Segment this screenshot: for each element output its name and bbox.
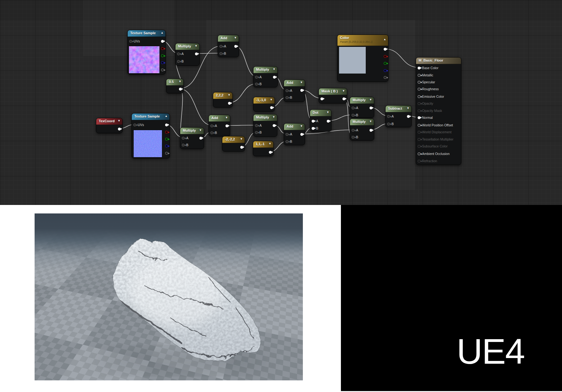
node-header[interactable]: Add▼	[218, 35, 239, 42]
output-pin-out[interactable]	[240, 146, 243, 149]
collapse-down-icon[interactable]: ▼	[269, 142, 271, 145]
node-add2[interactable]: Add▼AB	[209, 115, 230, 136]
node-header[interactable]: M_Basic_Floor	[416, 58, 461, 64]
output-pin-out[interactable]	[270, 106, 273, 109]
input-pin-opacitymask[interactable]	[418, 109, 420, 112]
output-pin-rgb[interactable]	[384, 48, 387, 51]
collapse-down-icon[interactable]: ▼	[225, 116, 228, 119]
output-pin-a[interactable]	[161, 69, 164, 71]
input-pin-a[interactable]	[255, 124, 258, 127]
output-pin-out[interactable]	[300, 89, 303, 92]
output-pin-out[interactable]	[300, 133, 303, 136]
node-header[interactable]: 2,2,2▼	[213, 92, 232, 99]
output-pin-out[interactable]	[199, 137, 202, 140]
output-pin-out[interactable]	[342, 97, 345, 100]
collapse-down-icon[interactable]: ▼	[369, 120, 372, 123]
node-texcoord[interactable]: TexCoord▼	[96, 118, 123, 133]
input-pin-b[interactable]	[352, 114, 354, 117]
input-pin-b[interactable]	[286, 96, 288, 99]
output-pin-a[interactable]	[165, 152, 168, 155]
node-header[interactable]: Texture Sample▲	[132, 113, 170, 120]
node-c05[interactable]: 0.5▼	[166, 79, 184, 93]
collapse-up-icon[interactable]: ▲	[383, 38, 386, 41]
input-pin-ao[interactable]	[418, 152, 420, 155]
collapse-down-icon[interactable]: ▼	[272, 115, 275, 119]
node-header[interactable]: 0.5▼	[166, 79, 183, 86]
node-header[interactable]: Dot▼	[310, 110, 331, 116]
input-pin-b[interactable]	[177, 60, 180, 63]
input-pin-a[interactable]	[352, 107, 354, 109]
node-multiply1[interactable]: Multiply▼AB	[175, 43, 200, 66]
collapse-down-icon[interactable]: ▼	[407, 107, 409, 110]
output-pin-r[interactable]	[161, 47, 164, 50]
output-pin-b[interactable]	[384, 69, 387, 72]
node-multiply4[interactable]: Multiply▼AB	[350, 97, 374, 118]
output-pin-rgb[interactable]	[161, 40, 164, 43]
input-pin-metallic[interactable]	[418, 74, 420, 77]
node-subtract[interactable]: Subtract▼AB	[385, 105, 412, 127]
node-header[interactable]: TexCoord▼	[96, 118, 122, 125]
output-pin-a[interactable]	[384, 76, 387, 79]
input-pin-a[interactable]	[387, 115, 390, 118]
collapse-down-icon[interactable]: ▼	[118, 119, 120, 122]
wire[interactable]	[179, 89, 213, 125]
output-pin-out[interactable]	[234, 45, 237, 48]
collapse-down-icon[interactable]: ▼	[179, 80, 181, 83]
node-add3[interactable]: Add▼AB	[284, 123, 305, 145]
input-pin-normal[interactable]	[418, 116, 420, 119]
collapse-down-icon[interactable]: ▼	[369, 98, 372, 101]
output-pin-out[interactable]	[118, 128, 121, 130]
output-pin-g[interactable]	[165, 138, 168, 141]
collapse-down-icon[interactable]: ▼	[270, 98, 273, 101]
node-header[interactable]: ColorParam (0.259,0.32,0.384,1)▲	[337, 35, 388, 46]
input-pin-wd[interactable]	[418, 131, 420, 134]
input-pin-a[interactable]	[255, 76, 258, 79]
output-pin-out[interactable]	[228, 102, 231, 105]
input-pin-b[interactable]	[182, 144, 185, 146]
input-pin-a[interactable]	[286, 89, 288, 92]
input-pin-opacity[interactable]	[418, 102, 420, 105]
node-color[interactable]: ColorParam (0.259,0.32,0.384,1)▲	[337, 35, 388, 82]
input-pin-b[interactable]	[220, 52, 222, 55]
wire[interactable]	[384, 49, 420, 68]
collapse-up-icon[interactable]: ▲	[165, 114, 168, 118]
collapse-down-icon[interactable]: ▼	[240, 137, 243, 141]
node-multiply5[interactable]: Multiply▼AB	[350, 119, 374, 141]
node-header[interactable]: Multiply▼	[350, 97, 374, 104]
output-pin-rgb[interactable]	[165, 124, 168, 126]
node-add4[interactable]: Add▼AB	[284, 80, 305, 102]
node-header[interactable]: Add▼	[284, 124, 305, 130]
output-pin-out[interactable]	[195, 52, 198, 55]
input-pin-a[interactable]	[286, 133, 288, 136]
node-header[interactable]: Texture Sample▲	[128, 30, 165, 37]
collapse-down-icon[interactable]: ▼	[273, 68, 275, 71]
input-pin-b[interactable]	[255, 83, 258, 86]
collapse-down-icon[interactable]: ▼	[326, 111, 329, 114]
node-cm2m22[interactable]: -2,-2,2▼	[222, 136, 245, 152]
input-pin-wpo[interactable]	[418, 124, 420, 127]
input-pin-basecolor[interactable]	[418, 67, 420, 69]
input-pin-b[interactable]	[286, 140, 288, 143]
input-pin-specular[interactable]	[418, 81, 420, 84]
node-header[interactable]: -1,-1,0▼	[253, 97, 275, 104]
material-graph-canvas[interactable]: Texture Sample▲UVsMultiply▼ABAdd▼AB0.5▼T…	[0, 0, 562, 205]
input-pin-b[interactable]	[210, 131, 213, 134]
node-header[interactable]: Multiply▼	[253, 114, 277, 121]
node-dot[interactable]: Dot▼AB	[310, 109, 331, 132]
node-header[interactable]: Mask ( B )▼	[319, 88, 347, 95]
output-pin-out[interactable]	[273, 124, 275, 127]
output-pin-out[interactable]	[273, 76, 276, 79]
collapse-down-icon[interactable]: ▼	[300, 81, 303, 84]
node-texsample2[interactable]: Texture Sample▲UVs	[131, 113, 170, 158]
collapse-down-icon[interactable]: ▼	[195, 44, 198, 47]
input-pin-refraction[interactable]	[418, 160, 420, 163]
collapse-down-icon[interactable]: ▼	[199, 129, 202, 132]
collapse-down-icon[interactable]: ▼	[228, 93, 231, 97]
output-pin-out[interactable]	[407, 115, 410, 118]
output-pin-out[interactable]	[225, 124, 228, 127]
node-add1[interactable]: Add▼AB	[218, 35, 239, 57]
node-c11m1[interactable]: 1,1,-1▼	[253, 141, 274, 156]
node-header[interactable]: Multiply▼	[175, 43, 199, 50]
node-header[interactable]: Multiply▼	[180, 128, 204, 134]
input-pin-uvs[interactable]	[129, 40, 132, 43]
